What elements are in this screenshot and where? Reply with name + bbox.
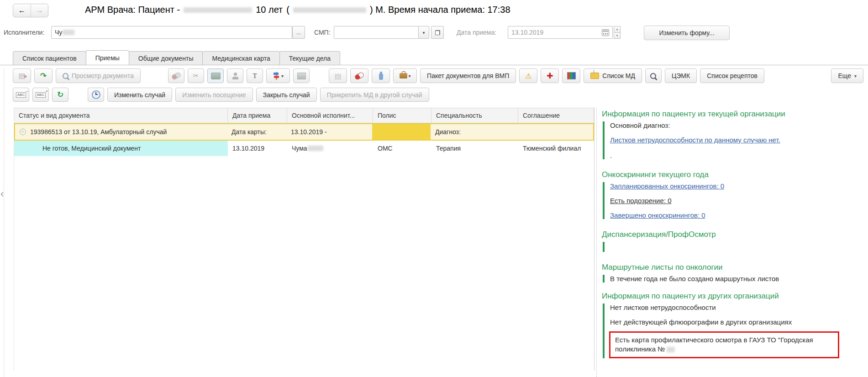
recipes-list-button[interactable]: Список рецептов xyxy=(700,68,764,83)
history-time-button[interactable] xyxy=(88,88,104,102)
attach-md-button[interactable]: Прикрепить МД в другой случай xyxy=(320,88,429,102)
smp-input[interactable] xyxy=(334,26,419,39)
smp-open-button[interactable] xyxy=(431,26,444,39)
suspicion-link[interactable]: Есть подозрение: 0 xyxy=(610,197,672,204)
tab-label: Общие документы xyxy=(138,55,194,62)
tab-label: Приемы xyxy=(95,54,120,62)
pharmacy-button[interactable] xyxy=(372,68,390,83)
text-tool-button[interactable]: T xyxy=(247,68,263,83)
redacted-birthdate xyxy=(293,7,366,13)
table-row-document[interactable]: Не готов, Медицинский документ 13.10.201… xyxy=(14,141,594,156)
sick-leave-link[interactable]: Листков нетрудоспособности по данному сл… xyxy=(610,136,780,144)
emergency-button[interactable]: ✚ xyxy=(541,68,559,83)
change-visit-label: Изменить посещение xyxy=(182,91,246,99)
tab-bar: Список пациентов Приемы Общие документы … xyxy=(0,51,868,65)
abbrev-off-button[interactable]: ABC xyxy=(13,88,29,102)
change-visit-button[interactable]: Изменить посещение xyxy=(175,88,253,102)
delete-document-button[interactable]: ▤ xyxy=(13,68,31,83)
cemk-button[interactable]: ЦЭМК xyxy=(665,68,697,83)
completed-oncoscreenings-link[interactable]: Завершено онкоскринингов: 0 xyxy=(610,211,705,219)
cell-text: Терапия xyxy=(436,145,461,152)
cell-agreement xyxy=(517,124,593,140)
classifier-button[interactable] xyxy=(562,68,580,83)
redacted-clinic-number xyxy=(667,347,675,352)
column-header-agreement[interactable]: Соглашение xyxy=(518,108,594,123)
chevron-down-icon: ▾ xyxy=(281,73,284,79)
spin-up-button[interactable]: ▲ xyxy=(614,26,621,33)
tab-medical-card[interactable]: Медицинская карта xyxy=(202,51,279,65)
redacted-executor-name xyxy=(63,30,74,35)
refresh-button[interactable]: ↻ xyxy=(52,88,68,102)
cut-button[interactable]: ✂ xyxy=(188,68,204,83)
cell-text: ОМС xyxy=(378,145,393,152)
column-header-executor[interactable]: Основной исполнит... xyxy=(287,108,373,123)
chevron-down-icon: ▾ xyxy=(409,73,411,79)
title-prefix: АРМ Врача: Пациент - xyxy=(85,5,180,15)
search-document-button[interactable] xyxy=(645,68,662,83)
section-title-oncoscreening: Онкоскрининги текущего года xyxy=(602,170,860,179)
view-document-button[interactable]: Просмотр документа xyxy=(56,68,141,83)
view-document-label: Просмотр документа xyxy=(72,72,134,79)
smp-dropdown-button[interactable]: ▾ xyxy=(418,26,429,39)
eraser-button[interactable] xyxy=(168,68,184,83)
column-header-specialty[interactable]: Специальность xyxy=(431,108,518,123)
left-border-line xyxy=(4,68,4,377)
section-route-sheets: В течение года не было создано маршрутны… xyxy=(603,275,860,283)
send-document-button[interactable]: ↷ xyxy=(34,68,53,83)
date-input[interactable]: 13.10.2019 xyxy=(508,26,613,39)
tab-appointments[interactable]: Приемы xyxy=(86,50,129,65)
column-header-date[interactable]: Дата приема xyxy=(228,108,287,123)
executors-input[interactable]: Чу xyxy=(51,26,292,39)
column-label: Специальность xyxy=(436,112,482,119)
column-header-policy[interactable]: Полис xyxy=(373,108,431,123)
chart-button[interactable] xyxy=(293,68,310,83)
executors-choose-button[interactable]: ... xyxy=(292,26,305,39)
warning-info-button[interactable]: ⚠ xyxy=(519,68,537,83)
spin-down-button[interactable]: ▼ xyxy=(614,33,621,39)
alert-text: Есть карта профилактического осмотра в Г… xyxy=(615,336,813,353)
date-spinner: ▲ ▼ xyxy=(614,26,621,39)
tab-current-tasks[interactable]: Текущие дела xyxy=(279,51,340,65)
capsule-icon xyxy=(354,71,365,80)
card-view-button[interactable] xyxy=(207,68,224,83)
section-title-route-sheets: Маршрутные листы по онкологии xyxy=(602,263,860,272)
tab-patient-list[interactable]: Список пациентов xyxy=(13,51,86,65)
toolbar-case: ABC ABC ↻ Изменить случай Изменить посещ… xyxy=(13,88,429,102)
tree-collapse-icon[interactable]: − xyxy=(20,129,26,135)
patient-button[interactable] xyxy=(227,68,243,83)
route-button[interactable]: ▾ xyxy=(266,68,290,83)
tab-label: Текущие дела xyxy=(289,55,331,62)
column-label: Статус и вид документа xyxy=(19,112,89,119)
no-sick-leave-text: Нет листков нетрудоспособности xyxy=(610,304,860,311)
abbrev-on-button[interactable]: ABC xyxy=(32,88,49,102)
planned-oncoscreenings-link[interactable]: Запланированных онкосринингов: 0 xyxy=(610,182,724,190)
medication-button[interactable] xyxy=(350,68,368,83)
cell-policy: ОМС xyxy=(373,141,431,156)
close-case-button[interactable]: Закрыть случай xyxy=(256,88,317,102)
route-sheets-text: В течение года не было создано маршрутны… xyxy=(610,275,860,283)
md-list-label: Список МД xyxy=(602,72,635,79)
calendar-icon[interactable] xyxy=(602,29,609,36)
executors-label: Исполнители: xyxy=(4,29,44,36)
prescription-button[interactable]: ▤ xyxy=(329,68,347,83)
collapse-panel-chevron[interactable]: ‹ xyxy=(0,188,4,200)
change-form-button[interactable]: Изменить форму... xyxy=(644,26,730,40)
vmp-package-button[interactable]: Пакет документов для ВМП xyxy=(420,68,516,83)
md-list-button[interactable]: Список МД xyxy=(584,68,642,83)
table-row-case[interactable]: − 193986513 от 13.10.19, Амбулаторный сл… xyxy=(14,123,594,141)
change-case-button[interactable]: Изменить случай xyxy=(107,88,172,102)
change-form-label: Изменить форму... xyxy=(659,29,714,37)
back-button[interactable]: ← xyxy=(13,4,31,17)
column-label: Полис xyxy=(378,112,396,119)
send-arrows-icon: ↷ xyxy=(40,71,47,81)
signpost-icon xyxy=(273,72,280,80)
chevron-down-icon: ▾ xyxy=(422,30,425,35)
tab-common-documents[interactable]: Общие документы xyxy=(129,51,203,65)
close-case-label: Закрыть случай xyxy=(263,91,310,99)
column-header-status[interactable]: Статус и вид документа xyxy=(14,108,228,123)
case-tools-button[interactable]: ▾ xyxy=(393,68,417,83)
panel-splitter[interactable] xyxy=(596,108,597,377)
forward-button[interactable]: → xyxy=(31,4,48,17)
card-icon xyxy=(211,73,221,79)
more-button[interactable]: Еще ▾ xyxy=(831,68,863,83)
